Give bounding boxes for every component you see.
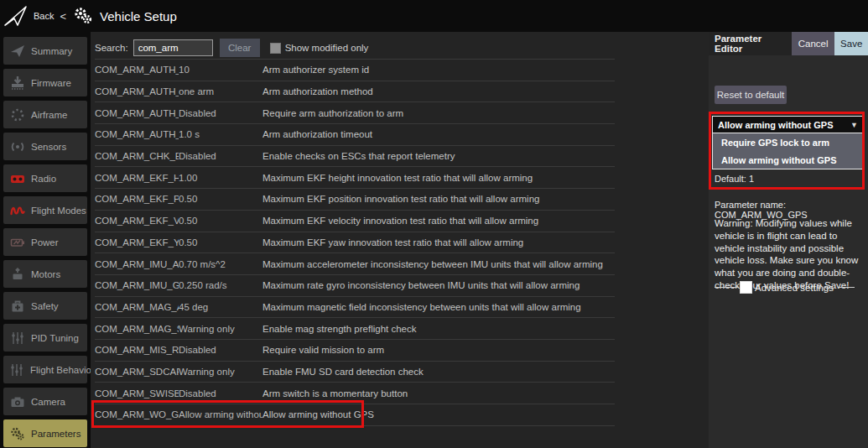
param-value-cell: 10 <box>179 65 262 75</box>
param-description-cell: Enable mag strength preflight check <box>262 324 615 334</box>
advanced-settings-label: Advanced settings <box>755 283 834 293</box>
chevron-down-icon: ▼ <box>850 121 858 129</box>
param-description-cell: Maximum magnetic field inconsistency bet… <box>262 302 615 312</box>
table-row[interactable]: COM_ARM_EKF_HGT 1.00 Maximum EKF height … <box>95 167 615 189</box>
param-value-cell: 0.250 rad/s <box>179 280 262 290</box>
sidebar-item[interactable]: Parameters <box>3 419 87 447</box>
table-row[interactable]: COM_ARM_AUTH_MET one arm Arm authorizati… <box>95 81 615 103</box>
sidebar-item[interactable]: Camera <box>3 388 87 415</box>
first-aid-icon <box>9 298 25 314</box>
param-value-cell: 0.70 m/s^2 <box>179 259 262 269</box>
sidebar-item-label: PID Tuning <box>31 333 79 343</box>
table-row[interactable]: COM_ARM_WO_GPS Allow arming without GPS … <box>95 404 615 426</box>
sidebar-item[interactable]: Motors <box>3 260 87 288</box>
param-description-cell: Arm authorization timeout <box>262 129 615 139</box>
table-row[interactable]: COM_ARM_CHK_ESCS Disabled Enable checks … <box>95 146 615 168</box>
sidebar-item-label: Airframe <box>31 110 67 120</box>
flight-modes-icon <box>9 202 25 218</box>
sidebar-item[interactable]: Sensors <box>3 133 87 160</box>
table-row[interactable]: COM_ARM_SDCARD Warning only Enable FMU S… <box>95 362 615 383</box>
sidebar-item-label: Radio <box>31 174 56 184</box>
param-name-cell: COM_ARM_AUTH_REQ <box>95 108 179 118</box>
table-row[interactable]: COM_ARM_IMU_GYR 0.250 rad/s Maximum rate… <box>95 275 615 297</box>
sidebar-item[interactable]: Airframe <box>3 101 87 128</box>
dropdown-option[interactable]: Allow arming without GPS <box>713 151 863 169</box>
param-name-cell: COM_ARM_MAG_STR <box>95 324 179 334</box>
advanced-settings-row: Advanced settings <box>715 281 855 294</box>
sliders-icon <box>9 362 24 378</box>
sliders-icon <box>9 330 25 346</box>
sidebar-item[interactable]: Safety <box>3 292 87 320</box>
search-input[interactable] <box>133 39 213 56</box>
table-row[interactable]: COM_ARM_MAG_ANG 45 deg Maximum magnetic … <box>95 297 615 319</box>
parameter-editor-panel: Parameter Editor Cancel Save Reset to de… <box>709 32 868 448</box>
sidebar-item[interactable]: Radio <box>3 164 87 192</box>
param-value-cell: Disabled <box>179 388 262 399</box>
reset-to-default-button[interactable]: Reset to default <box>715 86 787 104</box>
param-name-cell: COM_ARM_IMU_ACC <box>95 259 179 269</box>
sidebar-item[interactable]: Firmware <box>3 69 87 96</box>
sidebar-item-label: Motors <box>31 269 60 279</box>
firmware-download-icon <box>9 75 25 91</box>
setup-sidebar: Summary Firmware Airframe Sensors Radio … <box>0 32 91 448</box>
param-name-cell: COM_ARM_AUTH_ID <box>95 65 179 75</box>
clear-search-button[interactable]: Clear <box>220 39 260 57</box>
dropdown-option[interactable]: Require GPS lock to arm <box>713 133 863 151</box>
param-description-cell: Require valid mission to arm <box>262 345 615 355</box>
sidebar-item[interactable]: PID Tuning <box>3 324 87 352</box>
battery-icon <box>9 234 25 250</box>
show-modified-label: Show modified only <box>285 43 369 53</box>
param-description-cell: Maximum EKF velocity innovation test rat… <box>262 216 615 226</box>
param-name-cell: COM_ARM_SDCARD <box>95 367 179 377</box>
param-name-cell: COM_ARM_AUTH_MET <box>95 86 179 96</box>
param-description-cell: Arm authorization method <box>262 86 615 96</box>
table-row[interactable]: COM_ARM_SWISBTN Disabled Arm switch is a… <box>95 383 615 404</box>
show-modified-checkbox[interactable] <box>270 43 281 54</box>
table-row[interactable]: COM_ARM_MAG_STR Warning only Enable mag … <box>95 318 615 340</box>
sidebar-item-label: Parameters <box>31 429 81 439</box>
sidebar-item-label: Summary <box>31 46 72 56</box>
param-description-cell: Maximum EKF yaw innovation test ratio th… <box>262 237 615 247</box>
table-row[interactable]: COM_ARM_AUTH_ID 10 Arm authorizer system… <box>95 60 615 81</box>
sidebar-item[interactable]: Power <box>3 228 87 256</box>
sidebar-item[interactable]: Flight Behavior <box>3 356 87 383</box>
table-row[interactable]: COM_ARM_MIS_REQ Disabled Require valid m… <box>95 340 615 362</box>
sidebar-item-label: Camera <box>31 397 65 407</box>
param-value-cell: Disabled <box>179 151 262 161</box>
param-value-cell: Warning only <box>179 324 262 334</box>
param-value-cell: 1.0 s <box>179 129 262 139</box>
table-row[interactable]: COM_ARM_EKF_VEL 0.50 Maximum EKF velocit… <box>95 211 615 232</box>
param-name-cell: COM_ARM_EKF_HGT <box>95 173 179 183</box>
motor-icon <box>9 266 25 282</box>
dropdown-option-list: Require GPS lock to arm Allow arming wit… <box>712 133 864 169</box>
param-name-cell: COM_ARM_MIS_REQ <box>95 345 179 355</box>
param-description-cell: Enable FMU SD card detection check <box>262 367 615 377</box>
table-row[interactable]: COM_ARM_EKF_YAW 0.50 Maximum EKF yaw inn… <box>95 232 615 254</box>
gears-icon <box>9 425 25 441</box>
param-name-cell: COM_ARM_EKF_POS <box>95 194 179 204</box>
camera-icon <box>9 393 25 409</box>
table-row[interactable]: COM_ARM_EKF_POS 0.50 Maximum EKF positio… <box>95 189 615 211</box>
param-description-cell: Maximum EKF position innovation test rat… <box>262 194 615 204</box>
value-dropdown[interactable]: Allow arming without GPS ▼ <box>712 116 864 133</box>
advanced-settings-checkbox[interactable] <box>740 281 752 294</box>
back-button[interactable]: Back <box>34 11 54 21</box>
sidebar-item-label: Sensors <box>31 142 66 152</box>
search-label: Search: <box>95 43 128 53</box>
table-row[interactable]: COM_ARM_AUTH_TO 1.0 s Arm authorization … <box>95 124 615 146</box>
sidebar-item-label: Safety <box>31 301 59 311</box>
param-value-cell: 1.00 <box>179 173 262 183</box>
param-value-cell: Warning only <box>179 367 262 377</box>
param-value-cell: 0.50 <box>179 216 262 226</box>
sidebar-item[interactable]: Flight Modes <box>3 196 87 224</box>
param-description-cell: Maximum EKF height innovation test ratio… <box>262 173 615 183</box>
sidebar-item[interactable]: Summary <box>3 37 87 65</box>
parameter-table: COM_ARM_AUTH_ID 10 Arm authorizer system… <box>95 59 615 426</box>
save-button[interactable]: Save <box>834 32 868 55</box>
param-name-cell: COM_ARM_IMU_GYR <box>95 280 179 290</box>
table-row[interactable]: COM_ARM_AUTH_REQ Disabled Require arm au… <box>95 102 615 124</box>
cancel-button[interactable]: Cancel <box>792 32 835 55</box>
table-row[interactable]: COM_ARM_IMU_ACC 0.70 m/s^2 Maximum accel… <box>95 253 615 275</box>
param-description-cell: Maximum accelerometer inconsistency betw… <box>262 259 615 269</box>
parameter-editor-header: Parameter Editor Cancel Save <box>709 32 868 55</box>
